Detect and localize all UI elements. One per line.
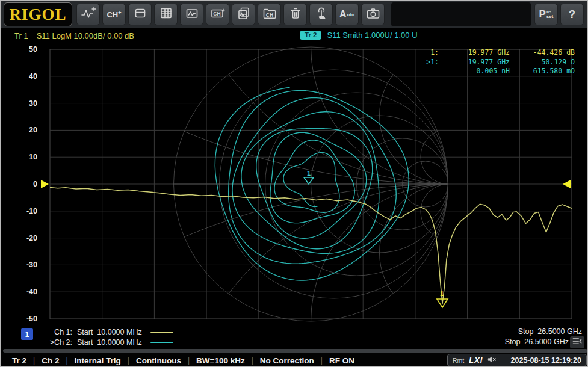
copy-channel-icon: CH (262, 7, 277, 22)
y-tick-label: -30 (12, 260, 37, 270)
table-icon (159, 7, 173, 22)
window-icon (134, 7, 147, 22)
help-button[interactable]: ? (560, 4, 584, 25)
datetime-display: 2025-08-15 12:19:20 (511, 356, 581, 365)
svg-text:CH: CH (213, 11, 220, 17)
rigol-logo: RIGOL (4, 2, 72, 26)
channel2-label: >Ch 2: (43, 338, 72, 347)
y-tick-label: 50 (12, 45, 37, 54)
channel2-start: Start 10.0000 MHz (77, 338, 142, 347)
copy-trace-icon (237, 7, 250, 22)
channel1-label: Ch 1: (43, 328, 72, 336)
trace2-info[interactable]: Tr 2 S11 Smith 1.000U/ 1.00 U (300, 31, 418, 40)
menu-collapse-icon (572, 336, 583, 348)
delete-button[interactable] (283, 4, 307, 25)
trace-window-icon (185, 7, 199, 22)
trace1-label: Tr 1 (14, 31, 28, 40)
y-tick-label: 30 (12, 99, 37, 108)
y-tick-label: 20 (12, 125, 37, 135)
auto-scale-button[interactable]: Auto (335, 4, 359, 25)
remote-indicator: Rmt (453, 357, 464, 364)
status-item-no-correction[interactable]: No Correction (260, 356, 314, 365)
toolbar-buttons: CH+ CH CH Auto (76, 4, 385, 25)
channel1-legend[interactable]: Ch 1: Start 10.0000 MHz (43, 327, 173, 337)
status-items: Tr 2|Ch 2|Internal Trig|Continuous|BW=10… (12, 356, 354, 365)
marker-readout-row: 0.005 nH615.580 mΩ (417, 67, 575, 76)
trace-window-button[interactable] (180, 4, 203, 25)
y-tick-label: 10 (12, 152, 37, 162)
toolbar-spacer (391, 2, 531, 26)
ref-level-marker-left[interactable] (41, 180, 49, 188)
svg-text:CH: CH (265, 12, 273, 18)
camera-icon (366, 7, 380, 22)
status-item-ch-2[interactable]: Ch 2 (42, 356, 59, 365)
channel2-legend[interactable]: >Ch 2: Start 10.0000 MHz (43, 338, 173, 347)
status-separator: | (321, 356, 323, 365)
channel2-trace-swatch (150, 342, 173, 344)
y-tick-label: -20 (12, 233, 37, 243)
copy-trace-button[interactable] (232, 4, 255, 25)
window-number-badge[interactable]: 1 (21, 328, 33, 340)
trace-info-bar: Tr 1 S11 LogM 10.00dB/ 0.00 dB Tr 2 S11 … (1, 28, 588, 44)
ref-level-marker-right[interactable] (563, 180, 571, 188)
status-bar: Tr 2|Ch 2|Internal Trig|Continuous|BW=10… (1, 353, 588, 367)
svg-text:1: 1 (307, 170, 311, 177)
trace1-info[interactable]: Tr 1 S11 LogM 10.00dB/ 0.00 dB (14, 31, 134, 40)
y-tick-label: -10 (12, 206, 37, 216)
channel-window-button[interactable]: CH (206, 4, 229, 25)
channel1-start: Start 10.0000 MHz (77, 328, 142, 336)
channel-window-icon: CH (211, 7, 225, 22)
y-tick-label: 40 (12, 72, 37, 81)
trace-add-icon (81, 6, 96, 23)
status-separator: | (33, 356, 35, 365)
speaker-muted-icon[interactable] (487, 355, 497, 366)
y-tick-label: 0 (12, 179, 37, 189)
status-separator: | (128, 356, 129, 365)
screenshot-button[interactable] (361, 4, 385, 25)
svg-text:1: 1 (440, 290, 444, 297)
marker-readout-row: 1:19.977 GHz-44.426 dB (417, 48, 575, 58)
y-tick-label: -40 (12, 287, 37, 297)
toolbar: RIGOL CH+ CH CH Auto (1, 1, 588, 28)
preset-button[interactable]: P reset (534, 4, 558, 25)
trash-icon (289, 7, 302, 22)
trace1-format: S11 LogM 10.00dB/ 0.00 dB (37, 31, 134, 40)
touch-icon (315, 7, 328, 22)
marker-readout: 1:19.977 GHz-44.426 dB>1:19.977 GHz50.12… (417, 48, 575, 76)
add-channel-button[interactable]: CH+ (102, 4, 126, 25)
lxi-indicator: LXI (469, 356, 483, 365)
window-layout-button[interactable] (128, 4, 152, 25)
vna-screen: 11 50403020100-10-20-30-40-50 1:19.977 G… (0, 0, 588, 367)
copy-channel-button[interactable]: CH (258, 4, 281, 25)
trace2-active-badge[interactable]: Tr 2 (300, 31, 321, 40)
status-item-tr-2[interactable]: Tr 2 (12, 356, 26, 365)
status-separator: | (66, 356, 67, 365)
table-view-button[interactable] (154, 4, 178, 25)
channel1-stop: Stop 26.5000 GHz (450, 327, 582, 336)
status-item-rf-on[interactable]: RF ON (329, 356, 354, 365)
trace2-format: S11 Smith 1.000U/ 1.00 U (327, 31, 417, 40)
status-item-continuous[interactable]: Continuous (136, 356, 181, 365)
channel1-trace-swatch (150, 332, 173, 333)
status-separator: | (252, 356, 253, 365)
y-tick-label: -50 (12, 314, 37, 324)
status-item-bw-100-khz[interactable]: BW=100 kHz (196, 356, 245, 365)
touch-mode-button[interactable] (309, 4, 333, 25)
marker-readout-row: >1:19.977 GHz50.129 Ω (417, 58, 575, 67)
system-status-panel: Rmt LXI 2025-08-15 12:19:20 (447, 354, 587, 366)
add-trace-button[interactable] (76, 4, 100, 25)
status-separator: | (188, 356, 190, 365)
channel2-stop: Stop 26.5000 GHz (436, 338, 569, 346)
marker1-trace1[interactable]: 1 (437, 290, 448, 307)
legend-collapse-button[interactable] (570, 336, 584, 348)
status-item-internal-trig[interactable]: Internal Trig (75, 356, 121, 365)
